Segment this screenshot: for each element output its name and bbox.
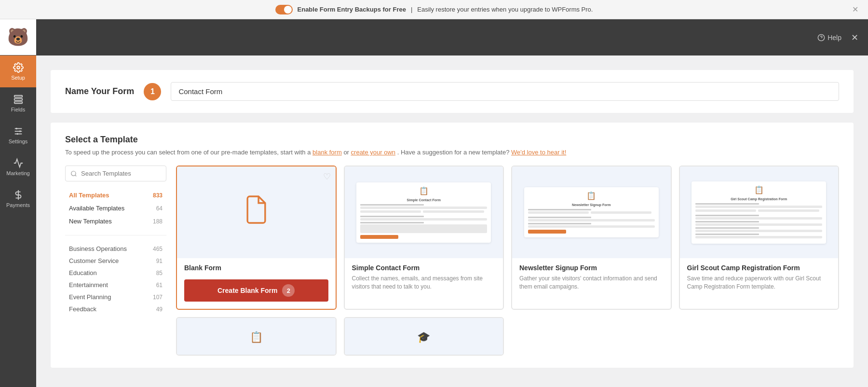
sidebar-item-settings[interactable]: Settings [0,119,36,151]
payments-icon [13,190,24,200]
close-button[interactable]: ✕ [851,32,858,43]
svg-rect-2 [14,98,22,100]
svg-rect-1 [14,96,22,97]
favorite-blank-icon[interactable]: ♡ [323,171,331,182]
girl-scout-card[interactable]: 📋 Girl Scout Camp Registration Form [679,166,840,310]
notif-desc: Easily restore your entries when you upg… [417,6,593,13]
blank-form-link[interactable]: blank form [312,149,342,156]
category-feedback-count: 49 [156,306,163,313]
sidebar-item-marketing[interactable]: Marketing [0,151,36,183]
category-education[interactable]: Education 85 [65,267,166,279]
category-customer-label: Customer Service [69,257,119,264]
category-business-count: 465 [153,246,163,252]
select-template-section: Select a Template To speed up the proces… [51,123,854,368]
sidebar-item-payments[interactable]: Payments [0,183,36,215]
newsletter-title: Newsletter Signup Form [519,264,664,272]
row2-card1-preview: 📋 [177,318,336,356]
create-own-link[interactable]: create your own [351,149,396,156]
settings-icon [13,126,24,137]
svg-rect-3 [14,102,22,104]
row2-card2-preview: 🎓 [345,318,503,356]
filter-available-label: Available Templates [69,205,124,212]
sidebar-label-fields: Fields [11,107,25,112]
newsletter-card[interactable]: 📋 Newsletter Signup Form [511,166,672,310]
notif-label: Enable Form Entry Backups for Free [298,6,406,13]
category-event-planning[interactable]: Event Planning 107 [65,291,166,303]
sidebar-label-payments: Payments [6,202,30,208]
simple-contact-body: Simple Contact Form Collect the names, e… [345,258,503,297]
svg-point-7 [15,128,17,130]
form-name-section: Name Your Form 1 [51,70,854,113]
create-blank-button[interactable]: Create Blank Form 2 [184,279,328,302]
blank-form-card[interactable]: ♡ Blank Form [176,166,337,310]
filter-new-templates[interactable]: New Templates 188 [65,215,166,228]
category-education-count: 85 [156,270,163,276]
svg-point-8 [19,130,21,132]
feedback-link[interactable]: We'd love to hear it! [511,149,566,156]
filter-all-templates[interactable]: All Templates 833 [65,189,166,202]
simple-contact-card[interactable]: 📋 Simple Contact Form [344,166,504,310]
content-area: Name Your Form 1 Select a Template To sp… [36,55,868,387]
template-card-row2-1[interactable]: 📋 [176,317,337,356]
help-icon [817,34,825,41]
search-input[interactable] [65,166,166,181]
category-customer-count: 91 [156,258,163,264]
sidebar-item-setup[interactable]: Setup [0,55,36,87]
bear-icon: 🐻 [7,27,29,47]
simple-contact-preview: 📋 Simple Contact Form [345,166,503,258]
girl-scout-body: Girl Scout Camp Registration Form Save t… [680,258,839,297]
filter-group-main: All Templates 833 Available Templates 64… [65,189,166,235]
newsletter-body: Newsletter Signup Form Gather your site … [512,258,671,297]
filter-new-label: New Templates [69,218,112,225]
simple-contact-desc: Collect the names, emails, and messages … [352,275,496,291]
form-name-label: Name Your Form [65,86,134,97]
girl-scout-preview: 📋 Girl Scout Camp Registration Form [680,166,839,258]
help-button[interactable]: Help [817,34,841,41]
notif-separator: | [411,6,412,13]
close-icon: ✕ [851,32,858,43]
sidebar-label-settings: Settings [9,138,28,144]
section-title: Select a Template [65,135,839,145]
fields-icon [13,94,24,105]
step-1-badge: 1 [144,83,161,100]
backup-toggle[interactable] [275,5,293,14]
category-business-label: Business Operations [69,245,127,252]
category-entertainment-count: 61 [156,282,163,289]
filter-new-count: 188 [153,218,163,225]
left-sidebar: 🐻 Setup Fields Settings [0,19,36,387]
blank-form-icon [243,194,270,231]
blank-form-preview: ♡ [177,166,336,258]
create-blank-label: Create Blank Form [217,287,277,294]
filter-all-count: 833 [153,192,163,199]
close-notif-button[interactable]: ✕ [852,5,858,14]
template-cards-grid: ♡ Blank Form [176,166,839,356]
notification-bar: Enable Form Entry Backups for Free | Eas… [0,0,868,19]
step-2-badge: 2 [282,284,295,297]
girl-scout-desc: Save time and reduce paperwork with our … [687,275,831,291]
category-entertainment[interactable]: Entertainment 61 [65,279,166,291]
app-logo: 🐻 [0,19,36,55]
filter-all-label: All Templates [69,192,109,199]
category-feedback[interactable]: Feedback 49 [65,303,166,315]
category-event-label: Event Planning [69,293,111,301]
category-business-operations[interactable]: Business Operations 465 [65,243,166,255]
section-desc: To speed up the process you can select f… [65,149,839,156]
filter-available-templates[interactable]: Available Templates 64 [65,202,166,215]
category-customer-service[interactable]: Customer Service 91 [65,255,166,267]
newsletter-preview: 📋 Newsletter Signup Form [512,166,671,258]
sidebar-label-setup: Setup [11,75,25,81]
setup-icon [13,62,24,73]
sidebar-item-fields[interactable]: Fields [0,87,36,119]
category-feedback-label: Feedback [69,305,96,313]
template-filter-sidebar: All Templates 833 Available Templates 64… [65,166,166,356]
help-label: Help [827,34,841,41]
sidebar-label-marketing: Marketing [6,170,29,176]
category-education-label: Education [69,269,97,276]
category-list: Business Operations 465 Customer Service… [65,243,166,315]
category-entertainment-label: Entertainment [69,281,108,289]
template-card-row2-2[interactable]: 🎓 [344,317,504,356]
svg-point-9 [16,133,18,135]
filter-available-count: 64 [156,205,163,212]
form-name-input[interactable] [171,82,839,101]
newsletter-desc: Gather your site visitors' contact infor… [519,275,664,291]
